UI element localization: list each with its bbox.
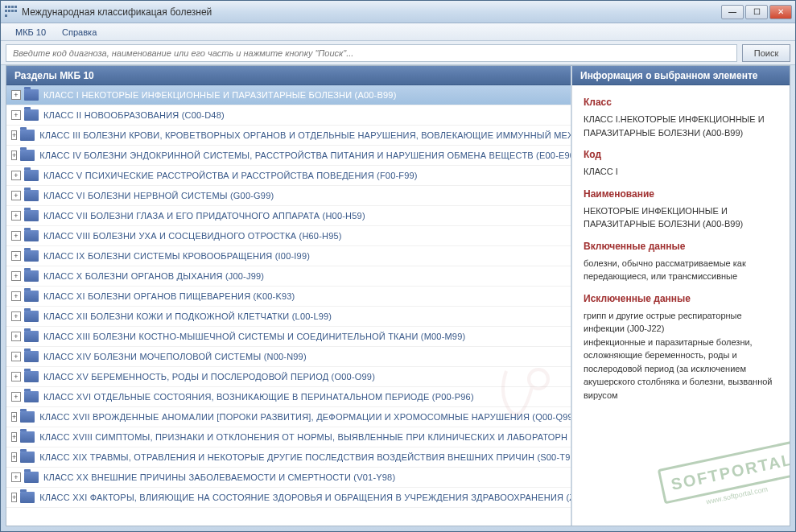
tree-item-label: КЛАСС VIII БОЛЕЗНИ УХА И СОСЦЕВИДНОГО ОТ… xyxy=(43,231,342,241)
folder-icon xyxy=(24,250,39,262)
tree-item-label: КЛАСС XVI ОТДЕЛЬНЫЕ СОСТОЯНИЯ, ВОЗНИКАЮЩ… xyxy=(43,392,474,402)
tree-item-label: КЛАСС XXI ФАКТОРЫ, ВЛИЯЮЩИЕ НА СОСТОЯНИЕ… xyxy=(39,493,571,502)
tree-item[interactable]: +КЛАСС VII БОЛЕЗНИ ГЛАЗА И ЕГО ПРИДАТОЧН… xyxy=(6,206,571,226)
tree-item-label: КЛАСС XV БЕРЕМЕННОСТЬ, РОДЫ И ПОСЛЕРОДОВ… xyxy=(43,372,375,381)
minimize-button[interactable]: — xyxy=(721,5,744,19)
tree-item[interactable]: +КЛАСС XVIII СИМПТОМЫ, ПРИЗНАКИ И ОТКЛОН… xyxy=(6,427,571,447)
main-content: Разделы МКБ 10 +КЛАСС I НЕКОТОРЫЕ ИНФЕКЦ… xyxy=(6,65,790,526)
folder-icon xyxy=(20,492,35,503)
folder-icon xyxy=(24,170,39,181)
tree-item[interactable]: +КЛАСС VI БОЛЕЗНИ НЕРВНОЙ СИСТЕМЫ (G00-G… xyxy=(6,186,571,206)
expand-icon[interactable]: + xyxy=(11,311,21,321)
tree-item-label: КЛАСС XVII ВРОЖДЕННЫЕ АНОМАЛИИ [ПОРОКИ Р… xyxy=(39,412,571,422)
tree-item-label: КЛАСС V ПСИХИЧЕСКИЕ РАССТРОЙСТВА И РАССТ… xyxy=(43,171,418,180)
search-button[interactable]: Поиск xyxy=(742,44,790,62)
expand-icon[interactable]: + xyxy=(11,251,21,261)
expand-icon[interactable]: + xyxy=(11,271,21,281)
folder-icon xyxy=(24,230,39,241)
folder-icon xyxy=(24,190,39,201)
folder-icon xyxy=(24,351,39,362)
tree-item[interactable]: +КЛАСС XIX ТРАВМЫ, ОТРАВЛЕНИЯ И НЕКОТОРЫ… xyxy=(6,447,571,468)
tree-item[interactable]: +КЛАСС V ПСИХИЧЕСКИЕ РАССТРОЙСТВА И РАСС… xyxy=(6,166,571,186)
tree-item-label: КЛАСС IX БОЛЕЗНИ СИСТЕМЫ КРОВООБРАЩЕНИЯ … xyxy=(43,251,310,261)
folder-icon xyxy=(24,109,39,121)
tree-item-label: КЛАСС XVIII СИМПТОМЫ, ПРИЗНАКИ И ОТКЛОНЕ… xyxy=(39,432,567,442)
tree-item[interactable]: +КЛАСС XXI ФАКТОРЫ, ВЛИЯЮЩИЕ НА СОСТОЯНИ… xyxy=(6,488,571,508)
tree-item-label: КЛАСС XIII БОЛЕЗНИ КОСТНО-МЫШЕЧНОЙ СИСТЕ… xyxy=(43,332,465,341)
tree-item[interactable]: +КЛАСС IX БОЛЕЗНИ СИСТЕМЫ КРОВООБРАЩЕНИЯ… xyxy=(6,246,571,266)
window-title: Международная классификацая болезней xyxy=(22,6,721,18)
tree-item[interactable]: +КЛАСС II НОВООБРАЗОВАНИЯ (C00-D48) xyxy=(6,105,571,126)
expand-icon[interactable]: + xyxy=(11,493,17,502)
info-value-name: НЕКОТОРЫЕ ИНФЕКЦИОННЫЕ И ПАРАЗИТАРНЫЕ БО… xyxy=(584,204,778,231)
tree-item[interactable]: +КЛАСС XVI ОТДЕЛЬНЫЕ СОСТОЯНИЯ, ВОЗНИКАЮ… xyxy=(6,387,571,407)
tree-item[interactable]: +КЛАСС III БОЛЕЗНИ КРОВИ, КРОВЕТВОРНЫХ О… xyxy=(6,126,571,146)
maximize-button[interactable]: ☐ xyxy=(745,5,768,19)
info-panel: Класс КЛАСС I.НЕКОТОРЫЕ ИНФЕКЦИОННЫЕ И П… xyxy=(572,85,790,526)
search-input[interactable] xyxy=(6,44,737,62)
expand-icon[interactable]: + xyxy=(11,412,17,422)
app-icon xyxy=(4,6,17,19)
expand-icon[interactable]: + xyxy=(11,352,21,361)
tree-item[interactable]: +КЛАСС XIV БОЛЕЗНИ МОЧЕПОЛОВОЙ СИСТЕМЫ (… xyxy=(6,347,571,367)
expand-icon[interactable]: + xyxy=(11,432,17,442)
expand-icon[interactable]: + xyxy=(11,110,21,120)
tree-item[interactable]: +КЛАСС XII БОЛЕЗНИ КОЖИ И ПОДКОЖНОЙ КЛЕТ… xyxy=(6,307,571,327)
right-panel: Информация о выбранном элементе Класс КЛ… xyxy=(572,66,790,526)
close-button[interactable]: ✕ xyxy=(769,5,792,19)
folder-icon xyxy=(24,311,39,322)
expand-icon[interactable]: + xyxy=(11,231,21,241)
info-label-excluded: Исключенные данные xyxy=(584,291,778,306)
folder-icon xyxy=(24,391,39,402)
expand-icon[interactable]: + xyxy=(11,392,21,402)
menu-help[interactable]: Справка xyxy=(54,25,105,39)
expand-icon[interactable]: + xyxy=(11,171,21,180)
tree-item-label: КЛАСС I НЕКОТОРЫЕ ИНФЕКЦИОННЫЕ И ПАРАЗИТ… xyxy=(43,90,397,100)
app-window: Международная классификацая болезней — ☐… xyxy=(0,0,796,532)
tree-item-label: КЛАСС XIV БОЛЕЗНИ МОЧЕПОЛОВОЙ СИСТЕМЫ (N… xyxy=(43,352,307,361)
expand-icon[interactable]: + xyxy=(11,452,17,462)
tree-item-label: КЛАСС XII БОЛЕЗНИ КОЖИ И ПОДКОЖНОЙ КЛЕТЧ… xyxy=(43,311,332,321)
tree-item[interactable]: +КЛАСС XVII ВРОЖДЕННЫЕ АНОМАЛИИ [ПОРОКИ … xyxy=(6,407,571,427)
folder-icon xyxy=(24,331,39,342)
folder-icon xyxy=(24,291,39,302)
tree-item[interactable]: +КЛАСС XV БЕРЕМЕННОСТЬ, РОДЫ И ПОСЛЕРОДО… xyxy=(6,367,571,387)
folder-icon xyxy=(24,472,39,483)
tree-item[interactable]: +КЛАСС XX ВНЕШНИЕ ПРИЧИНЫ ЗАБОЛЕВАЕМОСТИ… xyxy=(6,468,571,488)
expand-icon[interactable]: + xyxy=(11,191,21,200)
folder-icon xyxy=(20,130,35,141)
folder-icon xyxy=(20,431,35,443)
watermark: SOFTPORTAL www.softportal.com xyxy=(658,439,790,516)
expand-icon[interactable]: + xyxy=(11,372,21,381)
expand-icon[interactable]: + xyxy=(11,130,17,140)
tree-item-label: КЛАСС IV БОЛЕЗНИ ЭНДОКРИННОЙ СИСТЕМЫ, РА… xyxy=(39,151,571,160)
tree-item-label: КЛАСС III БОЛЕЗНИ КРОВИ, КРОВЕТВОРНЫХ ОР… xyxy=(39,130,571,140)
folder-icon xyxy=(24,210,39,221)
tree-item[interactable]: +КЛАСС X БОЛЕЗНИ ОРГАНОВ ДЫХАНИЯ (J00-J9… xyxy=(6,266,571,287)
menubar: МКБ 10 Справка xyxy=(1,23,795,41)
folder-icon xyxy=(20,452,35,463)
tree-item-label: КЛАСС XIX ТРАВМЫ, ОТРАВЛЕНИЯ И НЕКОТОРЫЕ… xyxy=(39,452,570,462)
expand-icon[interactable]: + xyxy=(11,332,21,341)
info-label-name: Наименование xyxy=(584,187,778,201)
folder-icon xyxy=(24,371,39,382)
tree-item[interactable]: +КЛАСС VIII БОЛЕЗНИ УХА И СОСЦЕВИДНОГО О… xyxy=(6,226,571,246)
expand-icon[interactable]: + xyxy=(11,211,21,221)
tree-item[interactable]: +КЛАСС IV БОЛЕЗНИ ЭНДОКРИННОЙ СИСТЕМЫ, Р… xyxy=(6,146,571,166)
folder-icon xyxy=(20,150,35,161)
menu-mkb10[interactable]: МКБ 10 xyxy=(7,25,54,39)
expand-icon[interactable]: + xyxy=(11,90,21,100)
classification-tree[interactable]: +КЛАСС I НЕКОТОРЫЕ ИНФЕКЦИОННЫЕ И ПАРАЗИ… xyxy=(6,85,571,526)
search-toolbar: Поиск xyxy=(1,41,795,65)
tree-item[interactable]: +КЛАСС I НЕКОТОРЫЕ ИНФЕКЦИОННЫЕ И ПАРАЗИ… xyxy=(6,85,571,105)
expand-icon[interactable]: + xyxy=(11,472,21,482)
info-value-code: КЛАСС I xyxy=(584,165,778,179)
info-value-included: болезни, обычно рассматриваемые как пере… xyxy=(584,257,778,283)
expand-icon[interactable]: + xyxy=(11,291,21,301)
folder-icon xyxy=(20,411,35,423)
left-panel-header: Разделы МКБ 10 xyxy=(6,66,571,85)
expand-icon[interactable]: + xyxy=(11,151,17,160)
tree-item[interactable]: +КЛАСС XI БОЛЕЗНИ ОРГАНОВ ПИЩЕВАРЕНИЯ (K… xyxy=(6,287,571,307)
titlebar[interactable]: Международная классификацая болезней — ☐… xyxy=(1,1,795,23)
tree-item[interactable]: +КЛАСС XIII БОЛЕЗНИ КОСТНО-МЫШЕЧНОЙ СИСТ… xyxy=(6,327,571,347)
